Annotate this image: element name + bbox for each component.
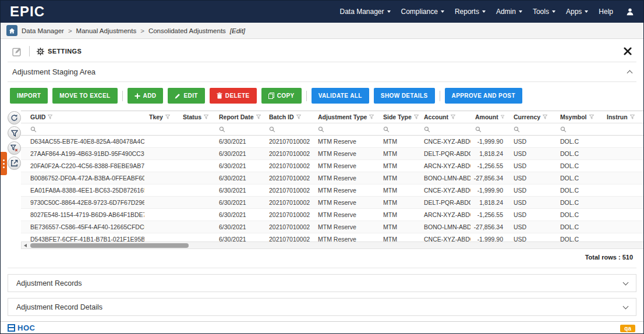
column-header-adjustment-type[interactable]: Adjustment Type — [313, 111, 378, 123]
column-filter-icon — [501, 115, 504, 119]
copy-icon — [268, 93, 274, 99]
cell-msymbol: DOL.C — [555, 136, 602, 147]
column-search-currency[interactable] — [509, 123, 555, 135]
chevron-up-icon[interactable] — [627, 70, 633, 76]
cell-report-date: 6/30/2021 — [214, 209, 264, 221]
column-header-report-date[interactable]: Report Date — [214, 111, 264, 123]
menu-apps[interactable]: Apps — [566, 8, 588, 16]
menu-admin[interactable]: Admin — [496, 8, 522, 16]
copy-label: COPY — [277, 93, 295, 99]
user-icon[interactable] — [626, 8, 634, 16]
column-search-side-type[interactable] — [378, 123, 419, 135]
section-adjustment-record-details[interactable]: Adjustment Record Details — [8, 298, 636, 316]
table-row[interactable]: EA01FA8A-8388-4EE1-BC63-25D8726165796/30… — [21, 184, 644, 197]
search-icon — [475, 126, 482, 133]
column-header-status[interactable]: Status — [178, 111, 214, 123]
table-row[interactable]: 8027E548-1154-4719-B6D9-AB64F1BDE7AD6/30… — [21, 209, 644, 221]
search-icon — [514, 126, 520, 133]
column-header-currency[interactable]: Currency — [509, 111, 555, 123]
epic-logo[interactable]: EPIC — [10, 3, 45, 20]
cell-adjustment-type: MTM Reserve — [313, 197, 378, 208]
cell-tkey — [144, 233, 178, 241]
chevron-down-icon[interactable] — [623, 279, 629, 285]
approve-and-post-button[interactable]: APPROVE AND POST — [445, 88, 522, 104]
column-header-tkey[interactable]: Tkey — [144, 111, 178, 123]
copy-button[interactable]: COPY — [261, 88, 302, 104]
top-nav-bar: EPIC Data Manager Compliance Reports Adm… — [1, 1, 643, 23]
validate-all-button[interactable]: VALIDATE ALL — [312, 88, 369, 104]
divider — [440, 91, 440, 101]
chevron-down-icon — [482, 10, 486, 13]
breadcrumb: Data Manager > Manual Adjustments > Cons… — [1, 23, 643, 39]
horizontal-scrollbar-thumb[interactable] — [30, 243, 189, 248]
divider — [29, 46, 30, 56]
cell-instrun — [602, 184, 644, 196]
column-search-msymbol[interactable] — [555, 123, 602, 135]
feedback-tab[interactable] — [1, 152, 7, 175]
breadcrumb-separator: > — [68, 27, 72, 34]
cell-msymbol: DOL.C — [555, 184, 602, 196]
column-header-guid[interactable]: GUID — [21, 111, 144, 123]
column-header-amount[interactable]: Amount — [470, 111, 509, 123]
close-icon[interactable] — [624, 47, 632, 55]
delete-button[interactable]: DELETE — [210, 88, 257, 104]
cell-adjustment-type: MTM Reserve — [313, 209, 378, 221]
breadcrumb-item[interactable]: Data Manager — [22, 27, 64, 34]
cell-msymbol: DOL.C — [555, 233, 602, 241]
export-button[interactable] — [8, 157, 21, 170]
menu-label: Tools — [533, 8, 549, 16]
staging-section-header[interactable]: Adjustment Staging Area — [8, 62, 636, 82]
chevron-down-icon[interactable] — [623, 303, 629, 309]
cell-report-date: 6/30/2021 — [214, 136, 264, 147]
page-toolbar: SETTINGS — [8, 39, 636, 62]
cell-status — [178, 209, 214, 221]
scroll-left-arrow[interactable] — [22, 242, 29, 248]
menu-help[interactable]: Help — [599, 8, 613, 16]
search-icon — [383, 126, 390, 133]
column-header-batch-id[interactable]: Batch ID — [264, 111, 313, 123]
column-search-report-date[interactable] — [214, 123, 264, 135]
home-icon[interactable] — [6, 25, 17, 36]
menu-tools[interactable]: Tools — [533, 8, 555, 16]
clear-filter-button[interactable] — [8, 141, 21, 155]
column-search-account[interactable] — [419, 123, 470, 135]
show-details-button[interactable]: SHOW DETAILS — [374, 88, 435, 104]
table-row[interactable]: B0086752-DF0A-472A-B3BA-0FFEABF606876/30… — [21, 172, 644, 184]
table-row[interactable]: 27AAF864-A199-4B63-91BD-95F490CC36786/30… — [21, 148, 644, 160]
cell-msymbol: DOL.C — [555, 221, 602, 233]
menu-data-manager[interactable]: Data Manager — [339, 8, 390, 16]
table-row[interactable]: 20FA0F2A-C220-4C56-8388-F8EBE9AB70526/30… — [21, 160, 644, 172]
grid-side-toolbar — [8, 111, 21, 249]
menu-compliance[interactable]: Compliance — [401, 8, 444, 16]
refresh-button[interactable] — [8, 111, 21, 125]
column-header-instrun[interactable]: Instrun — [602, 111, 644, 123]
column-search-guid[interactable] — [21, 123, 144, 135]
breadcrumb-item[interactable]: Manual Adjustments — [76, 27, 137, 34]
table-row[interactable]: 9730C50C-8864-42E8-9723-6D7F67D296CF6/30… — [21, 197, 644, 209]
menu-label: Admin — [496, 8, 516, 16]
settings-button[interactable]: SETTINGS — [37, 48, 82, 55]
filter-button[interactable] — [8, 126, 21, 140]
table-row[interactable]: BE736557-C586-45F4-AF40-12665CFDC0916/30… — [21, 221, 644, 233]
cell-report-date: 6/30/2021 — [214, 184, 264, 196]
add-button[interactable]: ADD — [128, 88, 164, 104]
cell-guid: 8027E548-1154-4719-B6D9-AB64F1BDE7AD — [21, 209, 144, 221]
cell-tkey — [144, 136, 178, 147]
column-search-batch-id[interactable] — [264, 123, 313, 135]
horizontal-scrollbar[interactable] — [21, 241, 644, 249]
section-adjustment-records[interactable]: Adjustment Records — [8, 274, 636, 292]
column-search-adjustment-type[interactable] — [313, 123, 378, 135]
import-button[interactable]: IMPORT — [10, 88, 48, 104]
environment-badge: qa — [620, 325, 635, 332]
table-row[interactable]: D543BFE7-6CFF-41B1-B7B1-021F1E95B0E66/30… — [21, 233, 644, 241]
column-header-msymbol[interactable]: Msymbol — [555, 111, 602, 123]
column-header-account[interactable]: Account — [419, 111, 470, 123]
move-to-excel-button[interactable]: MOVE TO EXCEL — [52, 88, 117, 104]
column-header-side-type[interactable]: Side Type — [378, 111, 419, 123]
edit-button[interactable]: EDIT — [168, 88, 204, 104]
table-row[interactable]: D634AC55-EB7E-40E8-825A-480478A4C1DD6/30… — [21, 136, 644, 148]
cell-account: ARCN-XYZ-ABDC — [419, 209, 470, 221]
column-search-amount[interactable] — [470, 123, 509, 135]
edit-page-icon[interactable] — [12, 47, 22, 56]
menu-reports[interactable]: Reports — [455, 8, 486, 16]
